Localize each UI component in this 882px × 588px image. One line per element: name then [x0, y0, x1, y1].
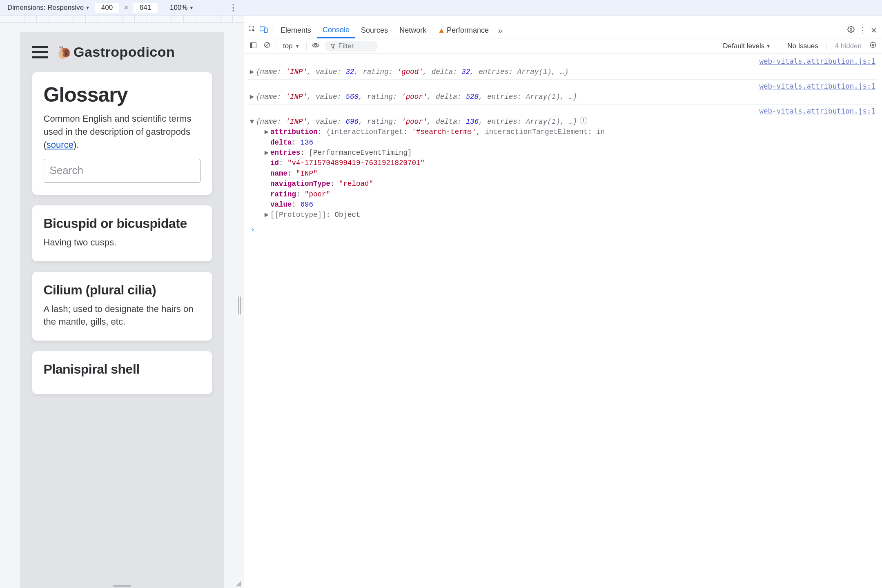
svg-rect-2 [265, 28, 267, 33]
svg-line-7 [265, 43, 269, 47]
console-toolbar: top ▼ Filter Default levels ▼ No Issues … [244, 38, 882, 54]
filter-icon [330, 44, 335, 49]
log-entry[interactable]: ▶ {name: 'INP', value: 32, rating: 'good… [248, 67, 878, 77]
tab-network[interactable]: Network [394, 23, 432, 38]
term-title: Cilium (plural cilia) [44, 283, 200, 298]
context-value: top [283, 42, 293, 50]
device-frame: 🐌Gastropodicon Glossary Common English a… [20, 32, 224, 588]
more-tabs-icon[interactable]: » [494, 26, 506, 35]
chevron-down-icon: ▼ [766, 44, 771, 49]
console-settings-gear-icon[interactable] [868, 42, 878, 50]
svg-point-3 [850, 29, 852, 31]
chevron-down-icon: ▼ [295, 44, 300, 49]
devtools-tabs: Elements Console Sources Network ▲Perfor… [244, 23, 882, 38]
source-link[interactable]: web-vitals.attribution.js:1 [760, 82, 875, 90]
disclosure-triangle-icon[interactable]: ▶ [263, 210, 270, 220]
height-input[interactable] [133, 3, 158, 13]
zoom-value: 100% [170, 4, 187, 12]
log-summary: {name: 'INP', value: 560, rating: 'poor'… [256, 92, 577, 102]
chevron-down-icon: ▼ [85, 5, 90, 10]
pane-divider[interactable] [244, 0, 244, 15]
source-link[interactable]: source [47, 140, 74, 150]
tab-performance[interactable]: ▲Performance [432, 23, 494, 38]
dimensions-dropdown[interactable]: Dimensions: Responsive ▼ [7, 4, 90, 12]
tab-sources[interactable]: Sources [355, 23, 394, 38]
live-expression-icon[interactable] [311, 42, 321, 50]
log-prop-delta: delta: 136 [248, 138, 878, 148]
term-title: Planispiral shell [44, 362, 200, 377]
source-link[interactable]: web-vitals.attribution.js:1 [760, 107, 875, 115]
source-link[interactable]: web-vitals.attribution.js:1 [760, 57, 875, 65]
width-input[interactable] [95, 3, 119, 13]
glossary-desc: Common English and scientific terms used… [44, 112, 200, 151]
context-selector[interactable]: top ▼ [281, 42, 302, 50]
devtools-menu-icon[interactable]: ⋮ [857, 26, 868, 35]
console-output: web-vitals.attribution.js:1 ▶ {name: 'IN… [244, 54, 882, 588]
hidden-count: 4 hidden [835, 42, 862, 50]
log-prop-navtype: navigationType: "reload" [248, 179, 878, 189]
disclosure-triangle-icon[interactable]: ▶ [248, 67, 256, 77]
svg-rect-5 [250, 42, 252, 48]
term-def: A lash; used to designate the hairs on t… [44, 303, 200, 329]
log-prop-attribution[interactable]: ▶ attribution: {interactionTarget: '#sea… [248, 127, 878, 137]
disclosure-triangle-icon[interactable]: ▶ [263, 127, 270, 137]
svg-point-9 [872, 44, 874, 46]
close-icon[interactable]: ✕ [868, 26, 880, 35]
tab-console[interactable]: Console [317, 23, 355, 38]
search-input[interactable] [44, 159, 200, 183]
app-title: 🐌Gastropodicon [57, 44, 175, 60]
ruler [0, 16, 244, 23]
warning-icon: ▲ [438, 26, 445, 35]
glossary-card: Glossary Common English and scientific t… [32, 72, 212, 195]
resize-handle-corner[interactable] [236, 581, 241, 586]
issues-button[interactable]: No Issues [787, 42, 818, 50]
resize-handle-bottom[interactable] [113, 585, 131, 587]
device-toggle-icon[interactable] [258, 26, 270, 35]
disclosure-triangle-icon[interactable]: ▶ [248, 92, 256, 102]
menu-icon[interactable] [32, 46, 48, 58]
resize-handle-right[interactable] [238, 296, 241, 314]
log-prop-entries[interactable]: ▶ entries: [PerformanceEventTiming] [248, 148, 878, 158]
snail-icon: 🐌 [57, 46, 72, 59]
disclosure-triangle-icon[interactable]: ▶ [263, 148, 270, 158]
log-prop-rating: rating: "poor" [248, 189, 878, 200]
term-title: Bicuspid or bicuspidate [44, 216, 200, 231]
log-entry[interactable]: ▶ {name: 'INP', value: 560, rating: 'poo… [248, 92, 878, 102]
glossary-heading: Glossary [44, 83, 200, 107]
filter-placeholder: Filter [339, 42, 354, 50]
devtools-pane: Elements Console Sources Network ▲Perfor… [244, 23, 882, 588]
term-card: Planispiral shell [32, 351, 212, 394]
log-prop-value: value: 696 [248, 200, 878, 210]
levels-label: Default levels [723, 42, 764, 50]
info-icon[interactable]: i [580, 117, 587, 124]
log-prop-id: id: "v4-1715704899419-7631921820701" [248, 158, 878, 168]
log-entry[interactable]: ▼ {name: 'INP', value: 696, rating: 'poo… [248, 117, 878, 127]
sidebar-toggle-icon[interactable] [248, 42, 258, 50]
inspect-icon[interactable] [247, 26, 258, 35]
filter-input[interactable]: Filter [325, 41, 378, 51]
clear-console-icon[interactable] [262, 42, 272, 50]
log-prop-name: name: "INP" [248, 169, 878, 179]
settings-gear-icon[interactable] [845, 26, 857, 35]
tab-elements[interactable]: Elements [275, 23, 317, 38]
term-def: Having two cusps. [44, 236, 200, 249]
log-summary: {name: 'INP', value: 32, rating: 'good',… [256, 67, 569, 77]
chevron-down-icon: ▼ [189, 5, 194, 10]
log-prop-prototype[interactable]: ▶ [[Prototype]]: Object [248, 210, 878, 220]
dimensions-label: Dimensions: Responsive [7, 4, 84, 12]
times-label: × [124, 4, 128, 12]
separator [272, 26, 272, 35]
log-summary: {name: 'INP', value: 696, rating: 'poor'… [256, 117, 577, 127]
term-card: Bicuspid or bicuspidate Having two cusps… [32, 205, 212, 261]
rendered-viewport-pane: 🐌Gastropodicon Glossary Common English a… [0, 23, 244, 588]
term-card: Cilium (plural cilia) A lash; used to de… [32, 272, 212, 341]
log-levels-dropdown[interactable]: Default levels ▼ [723, 42, 771, 50]
svg-point-8 [314, 44, 316, 46]
zoom-dropdown[interactable]: 100% ▼ [170, 4, 194, 12]
console-prompt[interactable]: › [248, 220, 878, 235]
disclosure-triangle-icon[interactable]: ▼ [248, 117, 256, 127]
device-toolbar-menu-icon[interactable]: ⋮ [229, 2, 238, 13]
device-toolbar: Dimensions: Responsive ▼ × 100% ▼ ⋮ [0, 0, 882, 16]
